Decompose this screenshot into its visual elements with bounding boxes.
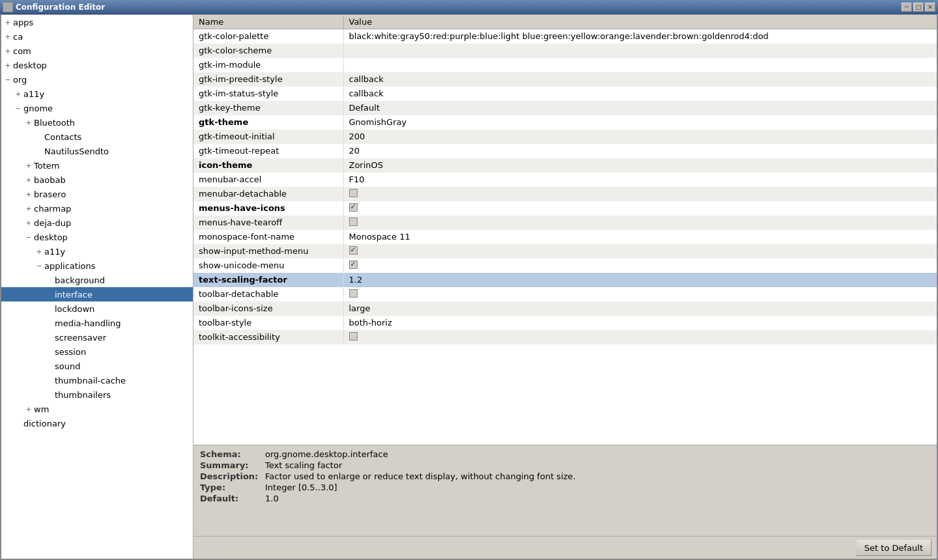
row-value-16 xyxy=(343,244,937,259)
row-value-5: callback xyxy=(343,87,937,101)
table-row[interactable]: menus-have-icons xyxy=(193,201,937,216)
row-value-3 xyxy=(343,58,937,72)
tree-item-gnome[interactable]: −gnome xyxy=(1,101,193,115)
tree-item-a11y2[interactable]: +a11y xyxy=(1,244,193,259)
tree-toggle-applications[interactable]: − xyxy=(34,260,44,271)
table-row[interactable]: show-unicode-menu xyxy=(193,259,937,273)
tree-toggle-desktop2[interactable]: − xyxy=(23,232,34,242)
tree-item-apps[interactable]: +apps xyxy=(1,15,193,29)
row-value-9: 20 xyxy=(343,144,937,158)
tree-toggle-a11y2[interactable]: + xyxy=(34,246,44,257)
tree-item-screensaver[interactable]: screensaver xyxy=(1,330,193,344)
table-row[interactable]: menubar-accelF10 xyxy=(193,173,937,187)
table-row[interactable]: gtk-timeout-repeat20 xyxy=(193,144,937,158)
tree-toggle-totem[interactable]: + xyxy=(23,160,34,171)
tree-item-desktop[interactable]: +desktop xyxy=(1,58,193,72)
tree-label-dictionary: dictionary xyxy=(23,419,66,428)
table-row[interactable]: text-scaling-factor1.2 xyxy=(193,273,937,287)
tree-item-thumbnail-cache[interactable]: thumbnail-cache xyxy=(1,373,193,387)
table-row[interactable]: toolkit-accessibility xyxy=(193,330,937,344)
tree-toggle-wm[interactable]: + xyxy=(23,404,34,414)
tree-item-contacts[interactable]: Contacts xyxy=(1,130,193,144)
tree-toggle-charmap[interactable]: + xyxy=(23,203,34,214)
tree-item-wm[interactable]: +wm xyxy=(1,402,193,416)
tree-item-deja-dup[interactable]: +deja-dup xyxy=(1,216,193,230)
tree-toggle-thumbnailers xyxy=(44,389,55,400)
tree-toggle-com[interactable]: + xyxy=(3,46,13,56)
tree-toggle-apps[interactable]: + xyxy=(3,17,13,27)
tree-label-deja-dup: deja-dup xyxy=(34,218,71,228)
tree-item-a11y[interactable]: +a11y xyxy=(1,87,193,101)
tree-toggle-lockdown xyxy=(44,303,55,314)
table-row[interactable]: gtk-im-module xyxy=(193,58,937,72)
row-name-6: gtk-key-theme xyxy=(193,101,343,115)
tree-label-sound: sound xyxy=(55,361,80,371)
tree-item-background[interactable]: background xyxy=(1,273,193,287)
tree-item-baobab[interactable]: +baobab xyxy=(1,173,193,187)
tree-toggle-deja-dup[interactable]: + xyxy=(23,217,34,228)
tree-label-ca: ca xyxy=(13,32,23,42)
tree-label-screensaver: screensaver xyxy=(55,333,106,343)
row-name-19: toolbar-detachable xyxy=(193,287,343,301)
set-to-default-button[interactable]: Set to Default xyxy=(856,539,931,556)
tree-item-sound[interactable]: sound xyxy=(1,359,193,373)
table-row[interactable]: toolbar-detachable xyxy=(193,287,937,301)
table-row[interactable]: gtk-color-paletteblack:white:gray50:red:… xyxy=(193,29,937,44)
tree-toggle-brasero[interactable]: + xyxy=(23,189,34,199)
tree-toggle-background xyxy=(44,275,55,285)
tree-item-media-handling[interactable]: media-handling xyxy=(1,316,193,330)
title-bar: Configuration Editor ─ □ ✕ xyxy=(0,0,938,14)
tree-label-baobab: baobab xyxy=(34,175,66,185)
tree-item-com[interactable]: +com xyxy=(1,44,193,58)
tree-item-applications[interactable]: −applications xyxy=(1,259,193,273)
tree-label-thumbnailers: thumbnailers xyxy=(55,390,111,400)
table-row[interactable]: gtk-im-status-stylecallback xyxy=(193,87,937,101)
tree-toggle-ca[interactable]: + xyxy=(3,31,13,42)
tree-item-nautilussendto[interactable]: NautilusSendto xyxy=(1,144,193,158)
table-row[interactable]: gtk-color-scheme xyxy=(193,44,937,58)
table-row[interactable]: toolbar-styleboth-horiz xyxy=(193,316,937,330)
tree-item-bluetooth[interactable]: +Bluetooth xyxy=(1,115,193,130)
tree-toggle-a11y[interactable]: + xyxy=(13,89,23,99)
tree-toggle-thumbnail-cache xyxy=(44,375,55,385)
tree-item-thumbnailers[interactable]: thumbnailers xyxy=(1,387,193,402)
maximize-button[interactable]: □ xyxy=(913,3,924,12)
tree-toggle-baobab[interactable]: + xyxy=(23,175,34,185)
minimize-button[interactable]: ─ xyxy=(902,3,912,12)
row-value-19 xyxy=(343,287,937,301)
description-label: Description: xyxy=(200,471,265,481)
tree-toggle-gnome[interactable]: − xyxy=(13,103,23,113)
checkbox-icon-14 xyxy=(349,217,358,226)
tree-item-charmap[interactable]: +charmap xyxy=(1,201,193,216)
table-row[interactable]: menus-have-tearoff xyxy=(193,216,937,230)
tree-item-lockdown[interactable]: lockdown xyxy=(1,301,193,316)
tree-item-interface[interactable]: interface xyxy=(1,287,193,301)
table-row[interactable]: menubar-detachable xyxy=(193,187,937,201)
tree-item-brasero[interactable]: +brasero xyxy=(1,187,193,201)
table-row[interactable]: icon-themeZorinOS xyxy=(193,158,937,173)
table-row[interactable]: gtk-key-themeDefault xyxy=(193,101,937,115)
tree-toggle-dictionary xyxy=(13,418,23,428)
config-table-container[interactable]: Name Value gtk-color-paletteblack:white:… xyxy=(193,15,937,445)
row-value-4: callback xyxy=(343,72,937,87)
tree-toggle-desktop[interactable]: + xyxy=(3,60,13,70)
window-title: Configuration Editor xyxy=(16,3,902,12)
tree-item-desktop2[interactable]: −desktop xyxy=(1,230,193,244)
table-row[interactable]: gtk-im-preedit-stylecallback xyxy=(193,72,937,87)
row-name-21: toolbar-style xyxy=(193,316,343,330)
table-row[interactable]: gtk-themeGnomishGray xyxy=(193,115,937,130)
tree-item-session[interactable]: session xyxy=(1,344,193,359)
tree-toggle-org[interactable]: − xyxy=(3,74,13,85)
row-name-9: gtk-timeout-repeat xyxy=(193,144,343,158)
tree-toggle-bluetooth[interactable]: + xyxy=(23,117,34,128)
tree-item-totem[interactable]: +Totem xyxy=(1,158,193,173)
tree-item-ca[interactable]: +ca xyxy=(1,29,193,44)
table-row[interactable]: gtk-timeout-initial200 xyxy=(193,130,937,144)
table-row[interactable]: monospace-font-nameMonospace 11 xyxy=(193,230,937,244)
tree-panel: +apps+ca+com+desktop−org+a11y−gnome+Blue… xyxy=(1,15,193,559)
tree-item-dictionary[interactable]: dictionary xyxy=(1,416,193,430)
close-button[interactable]: ✕ xyxy=(925,3,935,12)
tree-item-org[interactable]: −org xyxy=(1,72,193,87)
table-row[interactable]: show-input-method-menu xyxy=(193,244,937,259)
table-row[interactable]: toolbar-icons-sizelarge xyxy=(193,301,937,316)
